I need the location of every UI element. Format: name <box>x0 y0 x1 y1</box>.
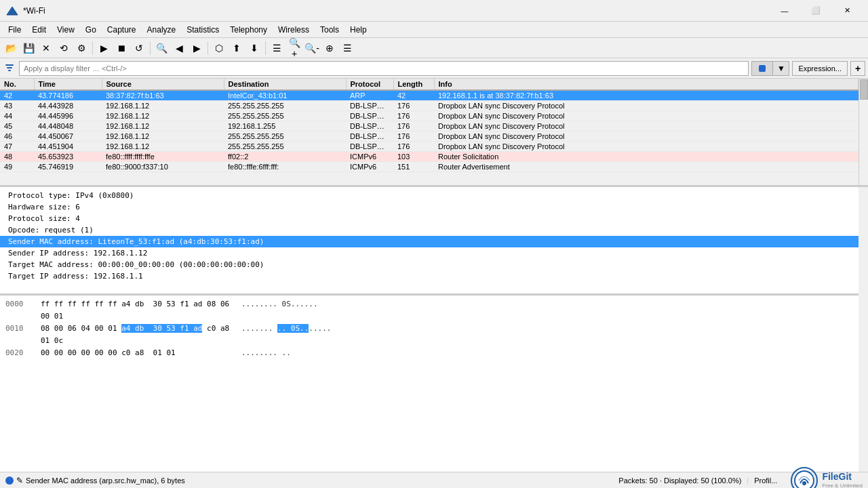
table-cell: 255.255.255.255 <box>224 142 346 152</box>
hex-bytes-1-highlight: a4 db 30 53 f1 ad <box>121 324 202 333</box>
detail-item[interactable]: Sender IP address: 192.168.1.12 <box>0 247 859 259</box>
table-cell: 43 <box>0 101 34 111</box>
filegit-text: FileGit Free & Unlimited <box>822 472 863 488</box>
table-row[interactable]: 4744.451904192.168.1.12255.255.255.255DB… <box>0 142 859 152</box>
table-row[interactable]: 4243.77418638:37:82:7f:b1:63IntelCor_43:… <box>0 90 859 101</box>
table-cell: Dropbox LAN sync Discovery Protocol <box>434 121 859 131</box>
table-cell: DB-LSP… <box>346 142 393 152</box>
menu-capture[interactable]: Capture <box>102 24 142 36</box>
table-cell: 176 <box>393 121 434 131</box>
menu-telephony[interactable]: Telephony <box>224 24 273 36</box>
toolbar-sep4 <box>265 41 266 55</box>
table-cell: 255.255.255.255 <box>224 111 346 121</box>
toolbar-sep2 <box>150 41 151 55</box>
col-header-dest: Destination <box>224 79 346 90</box>
table-cell: 42 <box>0 90 34 101</box>
detail-item[interactable]: Protocol type: IPv4 (0x0800) <box>0 190 859 201</box>
toolbar-zoom-reset[interactable]: ⊕ <box>321 40 338 56</box>
packet-list-scrollbar[interactable] <box>859 79 868 185</box>
toolbar-go-to[interactable]: ⬡ <box>211 40 227 56</box>
toolbar-zoom-out[interactable]: 🔍- <box>304 40 320 56</box>
hex-panel: 0000 ff ff ff ff ff ff a4 db 30 53 f1 ad… <box>0 296 859 472</box>
maximize-button[interactable]: ⬜ <box>800 0 831 22</box>
toolbar-stop[interactable]: ⏹ <box>113 40 130 56</box>
toolbar-find[interactable]: 🔍 <box>153 40 170 56</box>
detail-item[interactable]: Protocol size: 4 <box>0 213 859 224</box>
toolbar-forward[interactable]: ▶ <box>189 40 205 56</box>
table-cell: 44.450067 <box>34 131 102 142</box>
expression-button[interactable]: Expression... <box>792 61 848 76</box>
table-row[interactable]: 4644.450067192.168.1.12255.255.255.255DB… <box>0 131 859 142</box>
table-row[interactable]: 4344.443928192.168.1.12255.255.255.255DB… <box>0 101 859 111</box>
toolbar-save[interactable]: 💾 <box>20 40 37 56</box>
window-title: *Wi-Fi <box>23 6 769 16</box>
toolbar-prev-pkt[interactable]: ⬆ <box>229 40 245 56</box>
status-edit-icon[interactable]: ✎ <box>16 476 23 485</box>
table-cell: 42 <box>393 90 434 101</box>
titlebar: *Wi-Fi — ⬜ ✕ <box>0 0 868 22</box>
toolbar-restart[interactable]: ↺ <box>131 40 147 56</box>
table-cell: 176 <box>393 131 434 142</box>
toolbar-colorize[interactable]: ☰ <box>269 40 285 56</box>
detail-item[interactable]: Target IP address: 192.168.1.1 <box>0 270 859 282</box>
menu-statistics[interactable]: Statistics <box>181 24 224 36</box>
hex-bytes-1: 08 00 06 04 00 01 a4 db 30 53 f1 ad c0 a… <box>41 323 231 347</box>
detail-item[interactable]: Target MAC address: 00:00:00_00:00:00 (0… <box>0 259 859 270</box>
table-cell: 255.255.255.255 <box>224 131 346 142</box>
table-cell: 46 <box>0 131 34 142</box>
svg-rect-2 <box>7 67 12 68</box>
col-header-time: Time <box>34 79 102 90</box>
app-icon <box>5 4 19 18</box>
table-cell: 192.168.1.255 <box>224 121 346 131</box>
filter-input[interactable] <box>19 61 749 76</box>
menu-help[interactable]: Help <box>344 24 372 36</box>
detail-item[interactable]: Opcode: request (1) <box>0 224 859 236</box>
menu-file[interactable]: File <box>3 24 26 36</box>
table-cell: 48 <box>0 152 34 162</box>
col-header-proto: Protocol <box>346 79 393 90</box>
detail-item[interactable]: Sender MAC address: LiteonTe_53:f1:ad (a… <box>0 236 859 247</box>
table-row[interactable]: 4444.445996192.168.1.12255.255.255.255DB… <box>0 111 859 121</box>
toolbar-resize[interactable]: ☰ <box>339 40 355 56</box>
toolbar-back[interactable]: ◀ <box>171 40 187 56</box>
table-row[interactable]: 4845.653923fe80::ffff:ffff:fffeff02::2IC… <box>0 152 859 162</box>
toolbar-start[interactable]: ▶ <box>96 40 112 56</box>
table-cell: 44.448048 <box>34 121 102 131</box>
hex-offset-1: 0010 <box>5 323 30 347</box>
table-row[interactable]: 4945.746919fe80::9000:f337:10fe80::fffe:… <box>0 162 859 172</box>
status-sep: | <box>747 476 749 485</box>
menu-wireless[interactable]: Wireless <box>273 24 315 36</box>
toolbar-zoom-in[interactable]: 🔍+ <box>286 40 302 56</box>
status-text: Sender MAC address (arp.src.hw_mac), 6 b… <box>26 476 616 485</box>
hex-bytes-2: 00 00 00 00 00 00 c0 a8 01 01 <box>41 347 231 359</box>
menu-go[interactable]: Go <box>80 24 102 36</box>
table-row[interactable]: 4544.448048192.168.1.12192.168.1.255DB-L… <box>0 121 859 131</box>
hex-ascii-0: ........ 0S...... <box>241 298 318 323</box>
svg-rect-1 <box>5 64 14 66</box>
scrollbar-thumb[interactable] <box>860 79 868 100</box>
toolbar-close[interactable]: ✕ <box>38 40 54 56</box>
toolbar-options[interactable]: ⚙ <box>73 40 90 56</box>
menu-analyze[interactable]: Analyze <box>142 24 182 36</box>
filter-dropdown: ▼ <box>751 61 789 76</box>
toolbar-next-pkt[interactable]: ⬇ <box>246 40 262 56</box>
table-cell: 38:37:82:7f:b1:63 <box>102 90 224 101</box>
menu-view[interactable]: View <box>52 24 80 36</box>
filter-dropdown-indicator[interactable] <box>751 61 773 76</box>
table-cell: 192.168.1.12 <box>102 121 224 131</box>
menu-edit[interactable]: Edit <box>26 24 52 36</box>
toolbar-open[interactable]: 📂 <box>3 40 19 56</box>
table-cell: 43.774186 <box>34 90 102 101</box>
table-cell: Dropbox LAN sync Discovery Protocol <box>434 142 859 152</box>
table-cell: Router Solicitation <box>434 152 859 162</box>
menu-tools[interactable]: Tools <box>315 24 344 36</box>
filter-add-button[interactable]: + <box>850 61 865 76</box>
packet-table: No. Time Source Destination Protocol Len… <box>0 79 859 172</box>
detail-item[interactable]: Hardware size: 6 <box>0 201 859 213</box>
close-button[interactable]: ✕ <box>831 0 863 22</box>
table-cell: fe80::9000:f337:10 <box>102 162 224 172</box>
table-cell: 176 <box>393 101 434 111</box>
toolbar-reload[interactable]: ⟲ <box>56 40 72 56</box>
filter-dropdown-btn[interactable]: ▼ <box>773 61 789 76</box>
minimize-button[interactable]: — <box>769 0 800 22</box>
